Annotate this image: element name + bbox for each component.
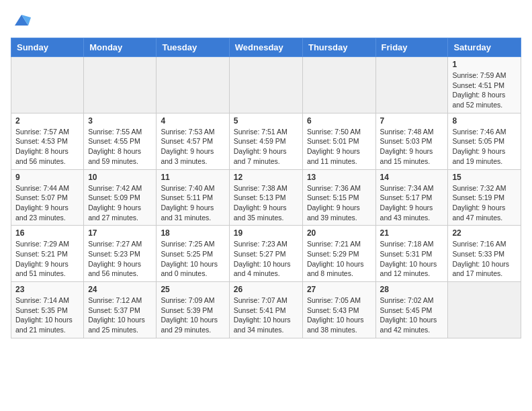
col-header-thursday: Thursday — [302, 38, 375, 57]
day-cell — [375, 57, 448, 113]
day-info: Sunrise: 7:16 AM Sunset: 5:33 PM Dayligh… — [452, 239, 517, 279]
day-cell: 17Sunrise: 7:27 AM Sunset: 5:23 PM Dayli… — [84, 226, 157, 282]
day-number: 15 — [452, 173, 517, 182]
day-number: 17 — [88, 228, 152, 238]
day-number: 13 — [307, 173, 371, 182]
day-info: Sunrise: 7:57 AM Sunset: 4:53 PM Dayligh… — [15, 127, 79, 167]
day-number: 21 — [380, 228, 444, 238]
page-container: SundayMondayTuesdayWednesdayThursdayFrid… — [0, 0, 532, 344]
day-cell: 8Sunrise: 7:46 AM Sunset: 5:05 PM Daylig… — [448, 113, 521, 169]
day-info: Sunrise: 7:18 AM Sunset: 5:31 PM Dayligh… — [380, 239, 444, 279]
day-info: Sunrise: 7:42 AM Sunset: 5:09 PM Dayligh… — [88, 183, 152, 223]
day-number: 10 — [88, 173, 152, 182]
day-cell: 1Sunrise: 7:59 AM Sunset: 4:51 PM Daylig… — [448, 57, 521, 113]
day-cell: 28Sunrise: 7:02 AM Sunset: 5:45 PM Dayli… — [375, 282, 448, 338]
day-cell: 5Sunrise: 7:51 AM Sunset: 4:59 PM Daylig… — [229, 113, 302, 169]
week-row-0: 1Sunrise: 7:59 AM Sunset: 4:51 PM Daylig… — [11, 57, 521, 113]
day-number: 9 — [15, 173, 79, 182]
col-header-wednesday: Wednesday — [229, 38, 302, 57]
day-number: 20 — [307, 228, 371, 238]
calendar-header: SundayMondayTuesdayWednesdayThursdayFrid… — [11, 38, 521, 57]
day-info: Sunrise: 7:48 AM Sunset: 5:03 PM Dayligh… — [380, 127, 444, 167]
day-number: 2 — [15, 116, 79, 126]
day-info: Sunrise: 7:50 AM Sunset: 5:01 PM Dayligh… — [307, 127, 371, 167]
day-cell: 12Sunrise: 7:38 AM Sunset: 5:13 PM Dayli… — [229, 169, 302, 226]
day-number: 24 — [88, 285, 152, 294]
col-header-tuesday: Tuesday — [157, 38, 229, 57]
day-cell: 10Sunrise: 7:42 AM Sunset: 5:09 PM Dayli… — [84, 169, 157, 226]
day-cell — [157, 57, 229, 113]
day-cell: 13Sunrise: 7:36 AM Sunset: 5:15 PM Dayli… — [302, 169, 375, 226]
day-cell: 26Sunrise: 7:07 AM Sunset: 5:41 PM Dayli… — [229, 282, 302, 338]
day-number: 4 — [161, 116, 224, 126]
day-info: Sunrise: 7:25 AM Sunset: 5:25 PM Dayligh… — [161, 239, 224, 279]
day-number: 6 — [307, 116, 371, 126]
day-info: Sunrise: 7:07 AM Sunset: 5:41 PM Dayligh… — [234, 295, 298, 335]
day-cell: 14Sunrise: 7:34 AM Sunset: 5:17 PM Dayli… — [375, 169, 448, 226]
day-cell: 25Sunrise: 7:09 AM Sunset: 5:39 PM Dayli… — [157, 282, 229, 338]
col-header-sunday: Sunday — [11, 38, 84, 57]
day-number: 11 — [161, 173, 224, 182]
day-cell: 2Sunrise: 7:57 AM Sunset: 4:53 PM Daylig… — [11, 113, 84, 169]
day-number: 27 — [307, 285, 371, 294]
calendar-body: 1Sunrise: 7:59 AM Sunset: 4:51 PM Daylig… — [11, 57, 521, 338]
day-info: Sunrise: 7:55 AM Sunset: 4:55 PM Dayligh… — [88, 127, 152, 167]
day-info: Sunrise: 7:46 AM Sunset: 5:05 PM Dayligh… — [452, 127, 517, 167]
day-info: Sunrise: 7:32 AM Sunset: 5:19 PM Dayligh… — [452, 183, 517, 223]
day-info: Sunrise: 7:23 AM Sunset: 5:27 PM Dayligh… — [234, 239, 298, 279]
day-info: Sunrise: 7:14 AM Sunset: 5:35 PM Dayligh… — [15, 295, 79, 335]
header-row: SundayMondayTuesdayWednesdayThursdayFrid… — [11, 38, 521, 57]
day-cell: 15Sunrise: 7:32 AM Sunset: 5:19 PM Dayli… — [448, 169, 521, 226]
day-number: 1 — [452, 60, 517, 69]
week-row-2: 9Sunrise: 7:44 AM Sunset: 5:07 PM Daylig… — [11, 169, 521, 226]
logo — [11, 11, 31, 30]
day-info: Sunrise: 7:34 AM Sunset: 5:17 PM Dayligh… — [380, 183, 444, 223]
week-row-3: 16Sunrise: 7:29 AM Sunset: 5:21 PM Dayli… — [11, 226, 521, 282]
day-cell: 4Sunrise: 7:53 AM Sunset: 4:57 PM Daylig… — [157, 113, 229, 169]
day-cell — [84, 57, 157, 113]
day-number: 12 — [234, 173, 298, 182]
day-info: Sunrise: 7:38 AM Sunset: 5:13 PM Dayligh… — [234, 183, 298, 223]
day-number: 26 — [234, 285, 298, 294]
day-number: 22 — [452, 228, 517, 238]
day-cell: 22Sunrise: 7:16 AM Sunset: 5:33 PM Dayli… — [448, 226, 521, 282]
day-number: 14 — [380, 173, 444, 182]
day-info: Sunrise: 7:59 AM Sunset: 4:51 PM Dayligh… — [452, 71, 517, 110]
day-number: 23 — [15, 285, 79, 294]
day-cell — [229, 57, 302, 113]
col-header-friday: Friday — [375, 38, 448, 57]
day-info: Sunrise: 7:29 AM Sunset: 5:21 PM Dayligh… — [15, 239, 79, 279]
day-number: 7 — [380, 116, 444, 126]
day-info: Sunrise: 7:02 AM Sunset: 5:45 PM Dayligh… — [380, 295, 444, 335]
day-info: Sunrise: 7:05 AM Sunset: 5:43 PM Dayligh… — [307, 295, 371, 335]
day-cell: 7Sunrise: 7:48 AM Sunset: 5:03 PM Daylig… — [375, 113, 448, 169]
day-cell: 11Sunrise: 7:40 AM Sunset: 5:11 PM Dayli… — [157, 169, 229, 226]
col-header-saturday: Saturday — [448, 38, 521, 57]
day-number: 25 — [161, 285, 224, 294]
week-row-1: 2Sunrise: 7:57 AM Sunset: 4:53 PM Daylig… — [11, 113, 521, 169]
day-cell — [448, 282, 521, 338]
day-cell: 6Sunrise: 7:50 AM Sunset: 5:01 PM Daylig… — [302, 113, 375, 169]
day-cell: 21Sunrise: 7:18 AM Sunset: 5:31 PM Dayli… — [375, 226, 448, 282]
col-header-monday: Monday — [84, 38, 157, 57]
day-info: Sunrise: 7:53 AM Sunset: 4:57 PM Dayligh… — [161, 127, 224, 167]
calendar-table: SundayMondayTuesdayWednesdayThursdayFrid… — [11, 38, 521, 338]
day-info: Sunrise: 7:21 AM Sunset: 5:29 PM Dayligh… — [307, 239, 371, 279]
page-header — [11, 11, 521, 30]
day-cell: 3Sunrise: 7:55 AM Sunset: 4:55 PM Daylig… — [84, 113, 157, 169]
day-cell: 23Sunrise: 7:14 AM Sunset: 5:35 PM Dayli… — [11, 282, 84, 338]
day-number: 19 — [234, 228, 298, 238]
day-number: 18 — [161, 228, 224, 238]
day-info: Sunrise: 7:09 AM Sunset: 5:39 PM Dayligh… — [161, 295, 224, 335]
day-info: Sunrise: 7:12 AM Sunset: 5:37 PM Dayligh… — [88, 295, 152, 335]
day-info: Sunrise: 7:27 AM Sunset: 5:23 PM Dayligh… — [88, 239, 152, 279]
day-number: 16 — [15, 228, 79, 238]
logo-icon — [12, 11, 31, 30]
day-cell: 16Sunrise: 7:29 AM Sunset: 5:21 PM Dayli… — [11, 226, 84, 282]
day-cell: 9Sunrise: 7:44 AM Sunset: 5:07 PM Daylig… — [11, 169, 84, 226]
day-info: Sunrise: 7:36 AM Sunset: 5:15 PM Dayligh… — [307, 183, 371, 223]
day-cell — [302, 57, 375, 113]
day-info: Sunrise: 7:44 AM Sunset: 5:07 PM Dayligh… — [15, 183, 79, 223]
day-cell: 19Sunrise: 7:23 AM Sunset: 5:27 PM Dayli… — [229, 226, 302, 282]
day-cell: 24Sunrise: 7:12 AM Sunset: 5:37 PM Dayli… — [84, 282, 157, 338]
